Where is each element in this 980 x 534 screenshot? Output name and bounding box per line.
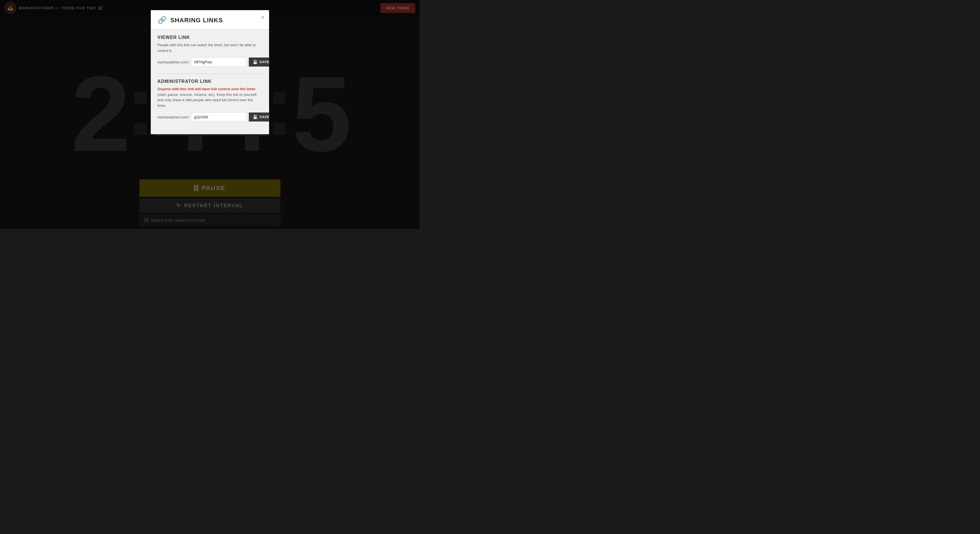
viewer-link-row: marinaratimer.com/ 💾 SAVE [158, 57, 262, 67]
admin-warning-bold: Anyone with this link will have full con… [158, 87, 256, 91]
modal-overlay: 🔗 SHARING LINKS × VIEWER LINK People wit… [0, 0, 420, 229]
admin-warning-rest: (start, pause, resume, rename, etc). Kee… [158, 92, 258, 108]
viewer-save-button[interactable]: 💾 SAVE [249, 57, 269, 67]
admin-link-section: ADMINISTRATOR LINK Anyone with this link… [158, 79, 262, 122]
modal-header: 🔗 SHARING LINKS × [151, 10, 269, 29]
viewer-link-desc: People with this link can watch the time… [158, 42, 262, 53]
modal-body: VIEWER LINK People with this link can wa… [151, 29, 269, 134]
admin-link-input[interactable] [191, 112, 247, 122]
viewer-link-title: VIEWER LINK [158, 35, 262, 40]
admin-save-disk-icon: 💾 [253, 115, 258, 119]
modal-title: SHARING LINKS [170, 17, 223, 24]
section-divider [158, 73, 262, 74]
save-disk-icon: 💾 [253, 60, 258, 64]
viewer-link-prefix: marinaratimer.com/ [158, 60, 189, 64]
admin-save-button[interactable]: 💾 SAVE [249, 113, 269, 121]
sharing-links-modal: 🔗 SHARING LINKS × VIEWER LINK People wit… [151, 10, 269, 134]
modal-close-button[interactable]: × [261, 14, 264, 21]
admin-link-title: ADMINISTRATOR LINK [158, 79, 262, 84]
viewer-link-input[interactable] [191, 57, 247, 67]
viewer-link-section: VIEWER LINK People with this link can wa… [158, 35, 262, 67]
share-icon: 🔗 [158, 16, 167, 24]
admin-warning-text: Anyone with this link will have full con… [158, 86, 262, 108]
admin-link-row: marinaratimer.com/ 💾 SAVE [158, 112, 262, 122]
admin-link-prefix: marinaratimer.com/ [158, 115, 189, 119]
